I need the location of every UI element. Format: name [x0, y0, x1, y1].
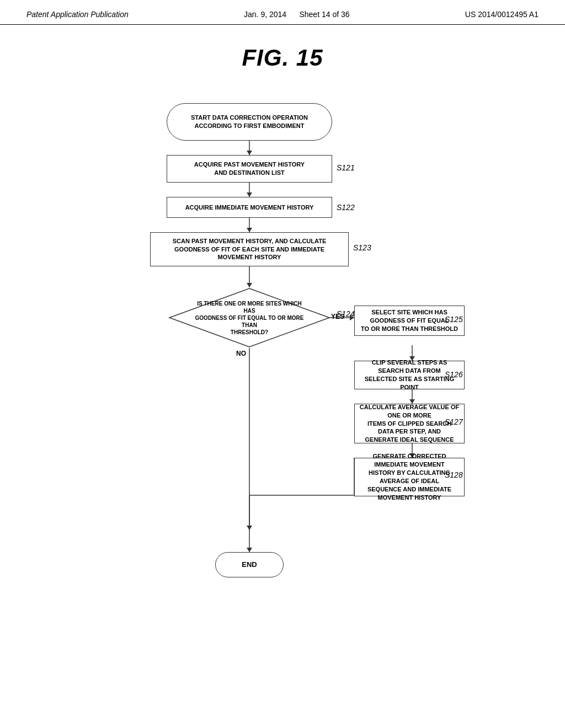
- step-s121-text: ACQUIRE PAST MOVEMENT HISTORY AND DESTIN…: [194, 160, 305, 177]
- start-label: START DATA CORRECTION OPERATION ACCORDIN…: [191, 114, 308, 131]
- step-s122-text: ACQUIRE IMMEDIATE MOVEMENT HISTORY: [185, 204, 314, 212]
- step-s124-text: IS THERE ONE OR MORE SITES WHICH HAS GOO…: [194, 300, 305, 336]
- svg-marker-21: [247, 548, 252, 552]
- step-s126-label: S126: [445, 370, 463, 379]
- header-date: Jan. 9, 2014: [244, 10, 286, 19]
- step-s125-label: S125: [445, 315, 463, 324]
- step-s121-box: ACQUIRE PAST MOVEMENT HISTORY AND DESTIN…: [167, 155, 332, 183]
- no-label: NO: [236, 350, 246, 357]
- header-publication-label: Patent Application Publication: [26, 10, 129, 19]
- page-header: Patent Application Publication Jan. 9, 2…: [0, 0, 565, 25]
- end-box: END: [215, 552, 284, 577]
- step-s121-label: S121: [337, 163, 355, 172]
- step-s123-box: SCAN PAST MOVEMENT HISTORY, AND CALCULAT…: [150, 232, 349, 266]
- start-box: START DATA CORRECTION OPERATION ACCORDIN…: [167, 103, 332, 141]
- end-label: END: [242, 560, 257, 570]
- step-s124-diamond-svg: IS THERE ONE OR MORE SITES WHICH HAS GOO…: [167, 286, 332, 350]
- svg-marker-3: [247, 192, 252, 197]
- step-s127-label: S127: [445, 417, 463, 426]
- yes-label: YES: [331, 313, 344, 320]
- svg-marker-19: [247, 526, 252, 530]
- step-s122-label: S122: [337, 203, 355, 212]
- svg-marker-5: [247, 228, 252, 232]
- figure-title: FIG. 15: [0, 45, 565, 71]
- svg-marker-1: [247, 151, 252, 155]
- step-s123-text: SCAN PAST MOVEMENT HISTORY, AND CALCULAT…: [173, 237, 326, 262]
- header-date-sheet: Jan. 9, 2014 Sheet 14 of 36: [244, 10, 349, 19]
- step-s123-label: S123: [353, 243, 371, 252]
- header-patent-number: US 2014/0012495 A1: [465, 10, 539, 19]
- flowchart: START DATA CORRECTION OPERATION ACCORDIN…: [95, 89, 470, 629]
- header-sheet: Sheet 14 of 36: [299, 10, 349, 19]
- step-s128-label: S128: [445, 470, 463, 479]
- step-s122-box: ACQUIRE IMMEDIATE MOVEMENT HISTORY: [167, 197, 332, 218]
